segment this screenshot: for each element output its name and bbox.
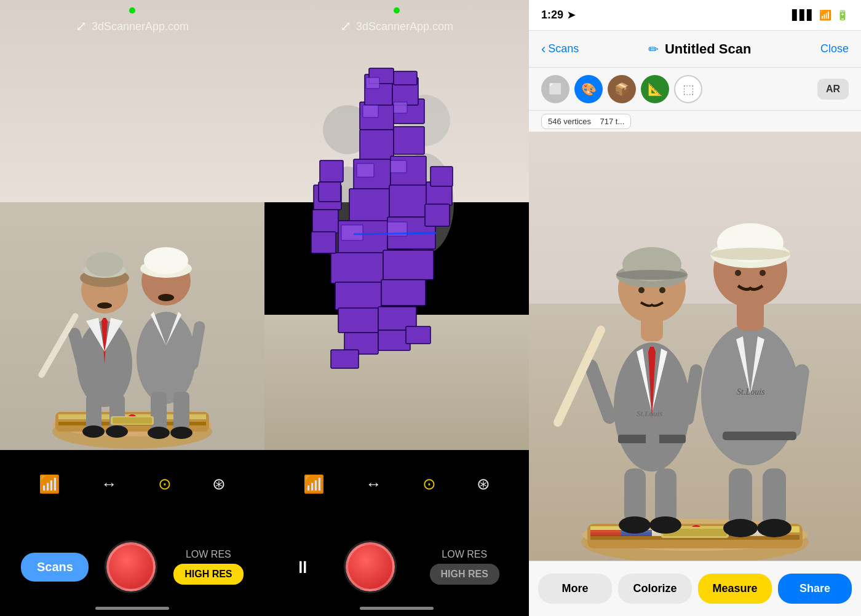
more-button[interactable]: More xyxy=(538,574,612,604)
render-toolbar: ⬜ 🎨 📦 📐 ⬚ AR xyxy=(529,68,861,111)
bounding-mode-button[interactable]: ⬚ xyxy=(674,75,702,103)
svg-point-110 xyxy=(616,270,688,280)
time-display: 1:29 xyxy=(541,9,563,22)
svg-point-97 xyxy=(619,516,651,534)
nav-title-group: ✏ Untitled Scan xyxy=(648,41,752,57)
svg-rect-69 xyxy=(331,350,359,368)
color-mode-button[interactable]: 🎨 xyxy=(574,75,603,103)
svg-rect-52 xyxy=(381,280,426,306)
right-panel: 1:29 ➤ ▋▋▋ 📶 🔋 ‹ Scans ✏ Untitled Scan C… xyxy=(529,0,861,616)
svg-rect-104 xyxy=(646,434,659,444)
home-indicator-left xyxy=(95,607,169,610)
middle-scanner-panel: ⤢ 3dScannerApp.com xyxy=(264,0,529,616)
purple-scan-svg xyxy=(264,0,529,450)
width-icon-left: ↔ xyxy=(101,475,117,494)
edit-pencil-icon[interactable]: ✏ xyxy=(648,42,659,57)
svg-rect-42 xyxy=(394,127,424,154)
svg-text:St.Louis: St.Louis xyxy=(637,409,662,418)
ar-button[interactable]: AR xyxy=(817,79,849,100)
svg-point-25 xyxy=(158,294,174,301)
middle-watermark: ⤢ 3dScannerApp.com xyxy=(340,18,453,34)
svg-rect-57 xyxy=(311,232,336,253)
chevron-left-icon: ‹ xyxy=(541,41,546,57)
svg-rect-50 xyxy=(383,250,434,280)
svg-point-111 xyxy=(638,287,645,293)
svg-rect-53 xyxy=(338,308,378,333)
svg-point-19 xyxy=(82,425,105,438)
low-res-label-middle: LOW RES xyxy=(442,549,487,560)
status-bar: 1:29 ➤ ▋▋▋ 📶 🔋 xyxy=(529,0,861,31)
signal-icon-left: 📶 xyxy=(39,474,60,494)
close-button[interactable]: Close xyxy=(820,42,849,55)
wireframe-icon: 📐 xyxy=(648,82,663,97)
svg-point-118 xyxy=(757,519,792,537)
action-bar: More Colorize Measure Share xyxy=(529,561,861,616)
figurine-svg-left xyxy=(25,130,240,450)
colorize-button[interactable]: Colorize xyxy=(618,574,692,604)
high-res-button-middle[interactable]: HIGH RES xyxy=(430,564,499,585)
watermark-text-middle: 3dScannerApp.com xyxy=(356,20,453,33)
svg-rect-72 xyxy=(394,102,407,113)
3d-view-area[interactable]: St.Louis St.Louis xyxy=(529,132,861,561)
measure-button[interactable]: Measure xyxy=(698,574,772,604)
texture-icon: 📦 xyxy=(614,82,630,97)
watermark-text-left: 3dScannerApp.com xyxy=(92,20,189,33)
svg-rect-68 xyxy=(378,330,410,350)
location-icon: ➤ xyxy=(567,9,575,21)
record-button-left[interactable] xyxy=(106,542,156,591)
mesh-icon-middle: ⊛ xyxy=(477,475,490,494)
signal-icon-middle: 📶 xyxy=(303,474,325,494)
home-indicator-middle xyxy=(360,607,434,610)
nav-bar: ‹ Scans ✏ Untitled Scan Close xyxy=(529,31,861,68)
svg-rect-116 xyxy=(763,468,786,527)
solid-icon: ⬜ xyxy=(549,82,562,96)
solid-mode-button[interactable]: ⬜ xyxy=(541,75,569,103)
expand-icon-middle: ⤢ xyxy=(340,18,351,34)
resolution-group-left: LOW RES HIGH RES xyxy=(173,549,243,585)
vertices-count: 546 vertices xyxy=(548,117,591,126)
nav-back-button[interactable]: ‹ Scans xyxy=(541,41,579,57)
svg-rect-46 xyxy=(389,185,427,217)
svg-point-117 xyxy=(723,519,758,537)
svg-point-126 xyxy=(710,248,790,260)
texture-mode-button[interactable]: 📦 xyxy=(608,75,636,103)
svg-rect-71 xyxy=(363,105,378,117)
middle-toolbar: 📶 ↔ ⊙ ⊛ xyxy=(264,450,529,518)
status-icons-group: ▋▋▋ 📶 🔋 xyxy=(792,9,849,21)
low-res-label-left: LOW RES xyxy=(186,549,231,560)
bounding-box-icon: ⬚ xyxy=(683,82,694,97)
svg-rect-96 xyxy=(655,468,676,524)
svg-rect-29 xyxy=(151,392,167,432)
width-icon-middle: ↔ xyxy=(365,475,381,494)
middle-photo-area xyxy=(264,0,529,450)
left-toolbar: 📶 ↔ ⊙ ⊛ xyxy=(0,450,264,518)
svg-rect-65 xyxy=(319,182,341,202)
svg-rect-70 xyxy=(406,326,430,344)
status-time-group: 1:29 ➤ xyxy=(541,9,575,22)
svg-point-31 xyxy=(148,427,170,439)
svg-point-112 xyxy=(659,287,665,293)
wireframe-mode-button[interactable]: 📐 xyxy=(641,75,669,103)
left-bottom-controls: Scans LOW RES HIGH RES xyxy=(0,518,264,616)
wifi-icon: 📶 xyxy=(819,9,831,21)
expand-icon-left: ⤢ xyxy=(76,18,87,34)
svg-point-20 xyxy=(106,425,128,438)
record-button-middle[interactable] xyxy=(346,542,395,591)
triangles-count: 717 t... xyxy=(600,117,625,126)
svg-rect-75 xyxy=(341,225,363,240)
svg-point-128 xyxy=(760,270,766,276)
svg-rect-49 xyxy=(331,253,383,283)
svg-rect-66 xyxy=(430,167,453,186)
scans-button[interactable]: Scans xyxy=(21,553,89,582)
svg-point-98 xyxy=(649,516,681,534)
high-res-button-left[interactable]: HIGH RES xyxy=(173,564,243,585)
svg-line-78 xyxy=(354,233,437,234)
share-button[interactable]: Share xyxy=(778,574,852,604)
svg-rect-73 xyxy=(357,164,374,177)
pause-button[interactable]: ⏸ xyxy=(294,557,311,577)
svg-rect-41 xyxy=(360,130,394,160)
svg-rect-59 xyxy=(425,204,450,226)
render-mode-icons: ⬜ 🎨 📦 📐 ⬚ xyxy=(541,75,702,103)
svg-point-10 xyxy=(86,252,123,277)
svg-point-11 xyxy=(97,302,112,309)
